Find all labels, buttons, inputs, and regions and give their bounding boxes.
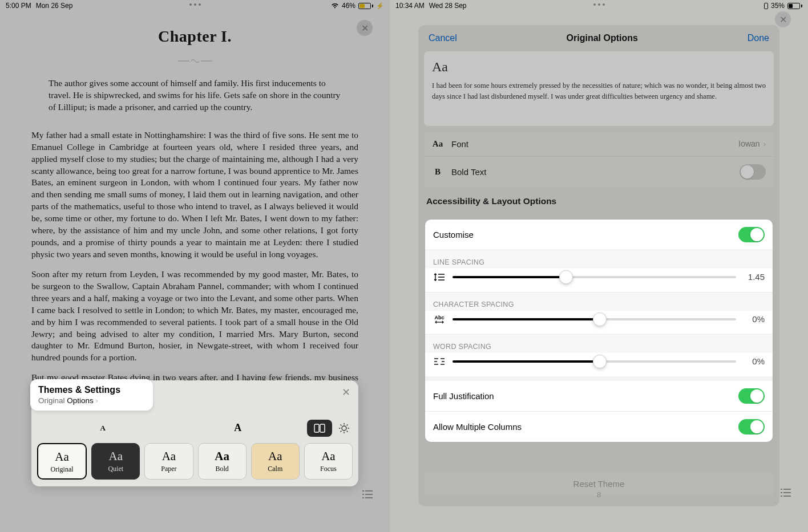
line-spacing-value: 1.45 (743, 272, 765, 282)
scroll-view-toggle[interactable] (307, 420, 332, 437)
word-spacing-slider[interactable] (453, 360, 736, 363)
char-spacing-value: 0% (743, 314, 765, 324)
svg-rect-1 (320, 424, 325, 432)
theme-card-calm[interactable]: AaCalm (251, 443, 300, 480)
preview-box: Aa I had been for some hours extremely p… (424, 51, 774, 126)
close-button[interactable]: ✕ (357, 20, 373, 36)
customise-switch[interactable] (738, 227, 765, 242)
svg-rect-0 (314, 424, 319, 432)
char-spacing-slider-row: Abc 0% (425, 311, 773, 335)
line-spacing-header: LINE SPACING (425, 250, 773, 269)
battery-percent: 46% (342, 2, 355, 10)
svg-rect-17 (764, 3, 767, 9)
page-number: 8 (597, 490, 601, 499)
char-spacing-header: CHARACTER SPACING (425, 293, 773, 311)
done-button[interactable]: Done (748, 33, 769, 43)
svg-line-10 (347, 424, 348, 425)
line-spacing-icon (433, 273, 446, 282)
svg-line-9 (341, 431, 342, 432)
font-icon: Aa (432, 139, 443, 149)
status-time: 5:00 PM (6, 2, 31, 10)
menu-icon[interactable] (781, 489, 791, 499)
status-bar: 5:00 PM Mon 26 Sep 46% ⚡ (0, 0, 390, 11)
charging-icon: ⚡ (376, 2, 384, 10)
char-spacing-icon: Abc (433, 315, 446, 324)
full-justification-label: Full Justification (433, 391, 494, 401)
svg-point-2 (342, 426, 346, 431)
customise-row[interactable]: Customise (425, 220, 773, 250)
decrease-font-button[interactable]: A (37, 419, 169, 437)
multi-columns-label: Allow Multiple Columns (433, 422, 522, 432)
battery-icon (787, 3, 802, 9)
full-justification-switch[interactable] (738, 388, 765, 404)
bold-text-switch[interactable] (740, 164, 766, 180)
sheet-title: Original Options (567, 33, 638, 43)
customise-label: Customise (433, 230, 474, 239)
full-justification-row[interactable]: Full Justification (425, 381, 773, 412)
divider-ornament (31, 56, 358, 66)
word-spacing-header: WORD SPACING (425, 335, 773, 353)
status-bar: 10:34 AM Wed 28 Sep 35% (390, 0, 808, 11)
word-spacing-icon (433, 358, 446, 366)
svg-line-8 (347, 431, 348, 432)
battery-icon (358, 3, 373, 9)
menu-icon[interactable] (362, 490, 373, 501)
increase-font-button[interactable]: A (172, 417, 304, 438)
theme-card-quiet[interactable]: AaQuiet (91, 443, 140, 480)
svg-line-7 (341, 424, 342, 425)
line-spacing-slider[interactable] (453, 276, 736, 278)
multitask-dots[interactable] (189, 3, 201, 6)
bold-text-row[interactable]: B Bold Text (424, 157, 774, 187)
chapter-synopsis: The author gives some account of himself… (49, 78, 341, 113)
preview-text: I had been for some hours extremely pres… (432, 80, 766, 102)
cancel-button[interactable]: Cancel (429, 33, 457, 43)
multi-columns-switch[interactable] (738, 419, 765, 434)
font-label: Font (451, 139, 468, 149)
status-date: Mon 26 Sep (36, 2, 73, 10)
close-button[interactable]: ✕ (775, 11, 791, 27)
theme-card-original[interactable]: AaOriginal (37, 443, 87, 480)
chevron-right-icon: › (763, 140, 766, 148)
wifi-icon (331, 3, 339, 9)
orientation-lock-icon (764, 3, 768, 9)
chevron-right-icon: › (96, 396, 98, 405)
body-paragraph: Soon after my return from Leyden, I was … (31, 269, 358, 364)
word-spacing-slider-row: 0% (425, 353, 773, 381)
char-spacing-slider[interactable] (453, 318, 736, 320)
font-row[interactable]: Aa Font Iowan › (424, 132, 774, 157)
status-time: 10:34 AM (395, 2, 425, 10)
chapter-title: Chapter I. (31, 27, 358, 46)
multi-columns-row[interactable]: Allow Multiple Columns (425, 412, 773, 442)
line-spacing-slider-row: 1.45 (425, 269, 773, 293)
theme-card-focus[interactable]: AaFocus (304, 443, 353, 480)
status-date: Wed 28 Sep (429, 2, 467, 10)
bold-label: Bold Text (451, 167, 486, 177)
accessibility-active-panel: Customise LINE SPACING 1.45 CHARACTER SP… (425, 220, 773, 442)
page-scroll-icon (314, 424, 325, 433)
word-spacing-value: 0% (743, 356, 765, 366)
body-paragraph: My father had a small estate in Nottingh… (31, 129, 358, 261)
preview-aa: Aa (432, 59, 766, 75)
themes-subtitle[interactable]: Original Options › (38, 396, 145, 405)
themes-settings-popover: ✕ Themes & Settings Original Options › A… (31, 380, 358, 486)
close-icon[interactable]: ✕ (342, 386, 350, 399)
brightness-icon (338, 423, 350, 434)
bold-icon: B (432, 167, 443, 177)
multitask-dots[interactable] (593, 3, 605, 6)
battery-percent: 35% (771, 2, 785, 10)
theme-card-bold[interactable]: AaBold (198, 443, 247, 480)
brightness-button[interactable] (336, 420, 353, 437)
theme-card-paper[interactable]: AaPaper (144, 443, 193, 480)
themes-header[interactable]: Themes & Settings Original Options › (30, 379, 153, 411)
themes-title: Themes & Settings (38, 385, 145, 395)
font-value: Iowan (738, 139, 759, 148)
accessibility-section-header: Accessibility & Layout Options (418, 187, 779, 211)
